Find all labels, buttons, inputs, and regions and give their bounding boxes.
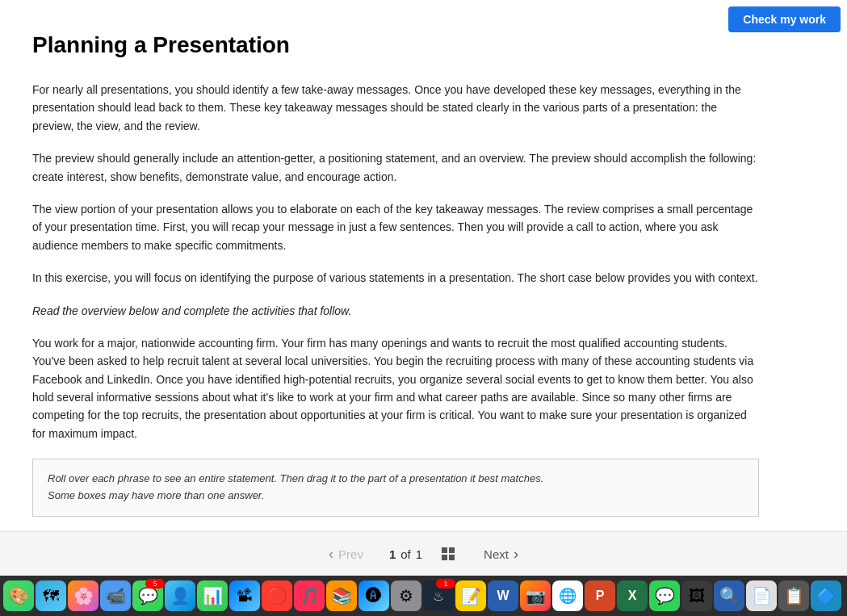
taskbar-music-icon[interactable]: 🎵 <box>294 580 325 611</box>
taskbar-extra-icon[interactable]: 📋 <box>778 580 809 611</box>
taskbar-photos-icon[interactable]: 🌸 <box>68 580 99 611</box>
of-label: of <box>400 547 411 561</box>
taskbar-news-icon[interactable]: 🚫 <box>262 580 292 611</box>
taskbar-steam-icon[interactable]: ♨ <box>423 580 454 611</box>
taskbar-stickies-icon[interactable]: 📝 <box>455 580 486 611</box>
current-page: 1 <box>389 547 396 561</box>
taskbar-extra2-icon[interactable]: 🔷 <box>811 580 841 611</box>
taskbar-excel-icon[interactable]: X <box>617 580 648 611</box>
paragraph-2: The preview should generally include an … <box>32 149 759 186</box>
paragraph-3: The view portion of your presentation al… <box>32 200 759 254</box>
taskbar-finder-icon[interactable]: 🔍 <box>714 580 744 611</box>
main-content: Check my work Planning a Presentation Fo… <box>0 0 847 531</box>
taskbar: 🎨 🗺 🌸 📹 💬 👤 📊 📽 🚫 🎵 📚 🅐 ⚙ ♨ 📝 W 📷 🌐 P X … <box>0 576 847 616</box>
taskbar-maps-icon[interactable]: 🗺 <box>36 580 66 611</box>
prev-label: Prev <box>338 547 363 561</box>
instruction-box: Roll over each phrase to see an entire s… <box>32 459 759 517</box>
taskbar-chrome-icon[interactable]: 🌐 <box>552 580 583 611</box>
paragraph-italic: Read the overview below and complete the… <box>32 302 759 320</box>
taskbar-facetime-icon[interactable]: 📹 <box>100 580 131 611</box>
taskbar-keynote-icon[interactable]: 📽 <box>229 580 260 611</box>
grid-view-icon[interactable] <box>438 544 458 564</box>
taskbar-sms-icon[interactable]: 💬 <box>649 580 680 611</box>
taskbar-preview-icon[interactable]: 🖼 <box>681 580 712 611</box>
content-area: Planning a Presentation For nearly all p… <box>0 0 791 531</box>
grid-cell-2 <box>449 547 455 553</box>
taskbar-system-icon[interactable]: ⚙ <box>391 580 421 611</box>
taskbar-files-icon[interactable]: 📄 <box>746 580 777 611</box>
total-pages: 1 <box>416 547 422 561</box>
taskbar-launchpad-icon[interactable]: 🎨 <box>3 580 34 611</box>
next-button[interactable]: Next › <box>474 541 528 568</box>
taskbar-word-icon[interactable]: W <box>488 580 518 611</box>
next-label: Next <box>484 547 509 561</box>
instruction-line-2: Some boxes may have more than one answer… <box>48 488 744 505</box>
taskbar-contacts-icon[interactable]: 👤 <box>165 580 195 611</box>
check-work-button[interactable]: Check my work <box>728 6 841 32</box>
paragraph-4: In this exercise, you will focus on iden… <box>32 269 759 287</box>
taskbar-books-icon[interactable]: 📚 <box>326 580 357 611</box>
prev-arrow-icon: ‹ <box>329 546 333 563</box>
page-title: Planning a Presentation <box>32 32 759 58</box>
next-arrow-icon: › <box>514 546 518 563</box>
prev-button[interactable]: ‹ Prev <box>319 541 373 568</box>
paragraph-1: For nearly all presentations, you should… <box>32 81 759 135</box>
paragraph-case: You work for a major, nationwide account… <box>32 334 759 442</box>
grid-cell-1 <box>442 547 447 553</box>
taskbar-messages-icon[interactable]: 💬 <box>132 580 163 611</box>
instruction-line-1: Roll over each phrase to see an entire s… <box>48 471 744 488</box>
grid-cell-4 <box>449 555 455 560</box>
taskbar-photos2-icon[interactable]: 📷 <box>520 580 551 611</box>
taskbar-appstore-icon[interactable]: 🅐 <box>359 580 389 611</box>
grid-cell-3 <box>442 555 447 560</box>
taskbar-numbers-icon[interactable]: 📊 <box>197 580 228 611</box>
bottom-navigation: ‹ Prev 1 of 1 Next › <box>0 531 847 576</box>
page-indicator: 1 of 1 <box>389 547 422 561</box>
taskbar-powerpoint-icon[interactable]: P <box>585 580 615 611</box>
